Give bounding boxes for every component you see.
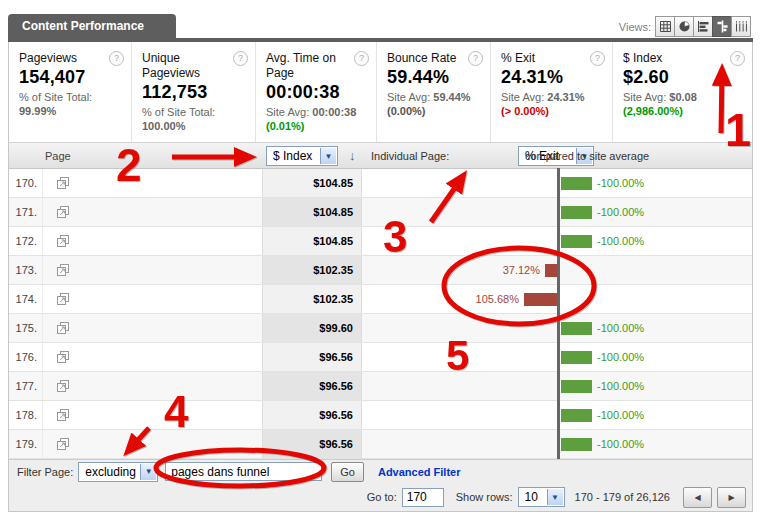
metric-value: 112,753: [142, 82, 251, 103]
help-icon[interactable]: ?: [109, 51, 124, 66]
individual-page-label: Individual Page:: [371, 150, 449, 162]
table-row: 176.$96.56-100.00%: [9, 343, 752, 372]
pivot-view-icon[interactable]: [731, 16, 751, 37]
open-page-icon[interactable]: [56, 263, 70, 277]
bar-view-icon[interactable]: [693, 16, 713, 37]
bar-percent: -100.00%: [597, 380, 644, 392]
metric-name: % Exit: [501, 51, 583, 66]
open-page-icon[interactable]: [56, 321, 70, 335]
comparison-bar: [524, 293, 557, 306]
row-index: 177.: [9, 372, 43, 400]
row-index: 178.: [9, 401, 43, 429]
page-cell: [43, 314, 262, 342]
bar-percent: -100.00%: [597, 206, 644, 218]
help-icon[interactable]: ?: [730, 51, 745, 66]
open-page-icon[interactable]: [56, 176, 70, 190]
axis-line: [557, 226, 560, 256]
row-index: 174.: [9, 285, 43, 313]
table-row: 173.$102.3537.12%: [9, 256, 752, 285]
metric-value: 24.31%: [501, 67, 608, 88]
row-index: 170.: [9, 169, 43, 197]
metric-select[interactable]: $ Index ▼: [266, 146, 338, 166]
metric-value: 59.44%: [387, 67, 486, 88]
comparison-bar: [561, 380, 592, 393]
show-rows-label: Show rows:: [456, 491, 513, 503]
metric-delta: (2,986.00%): [623, 105, 683, 117]
comparison-bar: [561, 235, 592, 248]
row-index: 171.: [9, 198, 43, 226]
open-page-icon[interactable]: [56, 437, 70, 451]
previous-page-button[interactable]: ◀: [683, 487, 712, 508]
table-view-icon[interactable]: [655, 16, 675, 37]
open-page-icon[interactable]: [56, 350, 70, 364]
axis-line: [557, 429, 560, 459]
filter-bar: Filter Page: excluding ▼ Go Advanced Fil…: [9, 459, 752, 483]
comparison-bar: [561, 351, 592, 364]
metric-block: ?% Exit24.31%Site Avg: 24.31%(> 0.00%): [491, 42, 613, 142]
dollar-index-value: $96.56: [262, 430, 362, 458]
sort-descending-icon[interactable]: ↓: [349, 148, 356, 163]
open-page-icon[interactable]: [56, 379, 70, 393]
go-button[interactable]: Go: [331, 462, 364, 482]
views-switcher: Views:: [619, 16, 751, 37]
show-rows-select[interactable]: 10 ▼: [518, 487, 565, 507]
metric-delta: (> 0.00%): [501, 105, 549, 117]
axis-line: [557, 400, 560, 430]
comparison-bar-cell: -100.00%: [362, 227, 752, 255]
metric-value: 154,407: [19, 67, 127, 88]
page-cell: [43, 227, 262, 255]
filter-page-label: Filter Page:: [17, 466, 73, 478]
table-row: 170.$104.85-100.00%: [9, 169, 752, 198]
advanced-filter-link[interactable]: Advanced Filter: [378, 466, 461, 478]
comparison-bar-cell: 37.12%: [362, 256, 752, 284]
goto-input[interactable]: [402, 488, 444, 507]
axis-line: [557, 197, 560, 227]
help-icon[interactable]: ?: [233, 51, 248, 66]
metric-subline: % of Site Total: 100.00%: [142, 105, 244, 134]
axis-line: [557, 255, 560, 285]
comparison-bar-cell: -100.00%: [362, 343, 752, 371]
bar-percent: 105.68%: [476, 293, 519, 305]
comparison-bar: [561, 438, 592, 451]
open-page-icon[interactable]: [56, 408, 70, 422]
metric-block: ?Bounce Rate59.44%Site Avg: 59.44%(0.00%…: [377, 42, 491, 142]
filter-query-input[interactable]: [165, 462, 322, 481]
metric-delta: (0.01%): [266, 120, 305, 132]
table-row: 172.$104.85-100.00%: [9, 227, 752, 256]
comparison-bar-cell: -100.00%: [362, 372, 752, 400]
metric-block: ?$ Index$2.60Site Avg: $0.08(2,986.00%): [613, 42, 752, 142]
comparison-view-icon[interactable]: [712, 16, 732, 37]
comparison-bar-cell: 105.68%: [362, 285, 752, 313]
pie-view-icon[interactable]: [674, 16, 694, 37]
axis-line: [557, 371, 560, 401]
help-icon[interactable]: ?: [590, 51, 605, 66]
page-cell: [43, 401, 262, 429]
metric-subline: % of Site Total: 99.99%: [19, 90, 121, 119]
help-icon[interactable]: ?: [354, 51, 369, 66]
bar-percent: 37.12%: [503, 264, 540, 276]
row-index: 173.: [9, 256, 43, 284]
dollar-index-value: $102.35: [262, 256, 362, 284]
page-column-header: Page: [45, 150, 71, 162]
bar-percent: -100.00%: [597, 235, 644, 247]
chevron-down-icon: ▼: [547, 489, 563, 505]
axis-line: [557, 342, 560, 372]
comparison-bar-cell: -100.00%: [362, 401, 752, 429]
open-page-icon[interactable]: [56, 205, 70, 219]
row-index: 176.: [9, 343, 43, 371]
next-page-button[interactable]: ▶: [717, 487, 746, 508]
tab-content-performance[interactable]: Content Performance: [8, 14, 176, 38]
comparison-bar-cell: -100.00%: [362, 198, 752, 226]
help-icon[interactable]: ?: [468, 51, 483, 66]
bar-percent: -100.00%: [597, 438, 644, 450]
open-page-icon[interactable]: [56, 292, 70, 306]
table-row: 178.$96.56-100.00%: [9, 401, 752, 430]
show-rows-value: 10: [525, 490, 538, 504]
metric-name: Avg. Time on Page: [266, 51, 348, 81]
dollar-index-value: $96.56: [262, 372, 362, 400]
open-page-icon[interactable]: [56, 234, 70, 248]
metric-value: $2.60: [623, 67, 748, 88]
filter-mode-select[interactable]: excluding ▼: [78, 462, 158, 482]
chevron-down-icon: ▼: [140, 464, 156, 480]
comparison-bar: [561, 409, 592, 422]
